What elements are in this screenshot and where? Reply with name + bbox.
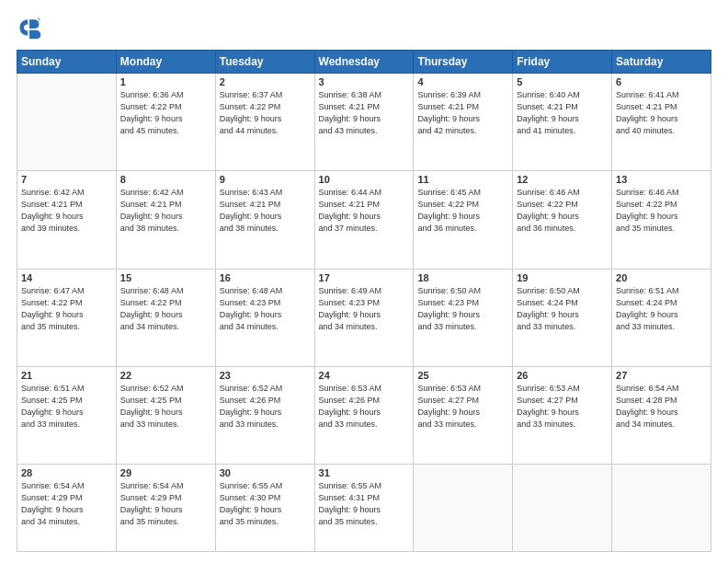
day-number: 29 <box>120 467 211 478</box>
calendar-cell <box>17 74 117 171</box>
calendar-cell <box>513 465 612 552</box>
calendar-cell: 11Sunrise: 6:45 AM Sunset: 4:22 PM Dayli… <box>414 171 513 269</box>
day-number: 12 <box>517 174 608 185</box>
day-detail: Sunrise: 6:54 AM Sunset: 4:28 PM Dayligh… <box>616 383 707 431</box>
calendar-cell: 17Sunrise: 6:49 AM Sunset: 4:23 PM Dayli… <box>314 269 414 366</box>
day-detail: Sunrise: 6:46 AM Sunset: 4:22 PM Dayligh… <box>517 187 608 235</box>
calendar-cell: 22Sunrise: 6:52 AM Sunset: 4:25 PM Dayli… <box>116 366 215 464</box>
weekday-header-tuesday: Tuesday <box>215 51 314 74</box>
weekday-header-thursday: Thursday <box>414 51 513 74</box>
day-number: 30 <box>220 467 311 478</box>
day-number: 17 <box>319 272 410 283</box>
day-detail: Sunrise: 6:41 AM Sunset: 4:21 PM Dayligh… <box>616 89 707 137</box>
calendar-cell: 26Sunrise: 6:53 AM Sunset: 4:27 PM Dayli… <box>513 366 612 464</box>
calendar-cell: 23Sunrise: 6:52 AM Sunset: 4:26 PM Dayli… <box>215 366 314 464</box>
calendar-cell: 2Sunrise: 6:37 AM Sunset: 4:22 PM Daylig… <box>215 74 314 171</box>
day-detail: Sunrise: 6:36 AM Sunset: 4:22 PM Dayligh… <box>120 89 211 137</box>
logo <box>17 15 46 40</box>
day-detail: Sunrise: 6:42 AM Sunset: 4:21 PM Dayligh… <box>21 187 112 235</box>
day-detail: Sunrise: 6:42 AM Sunset: 4:21 PM Dayligh… <box>120 187 211 235</box>
calendar-cell: 4Sunrise: 6:39 AM Sunset: 4:21 PM Daylig… <box>414 74 513 171</box>
calendar-cell: 3Sunrise: 6:38 AM Sunset: 4:21 PM Daylig… <box>314 74 414 171</box>
day-detail: Sunrise: 6:53 AM Sunset: 4:27 PM Dayligh… <box>417 383 508 431</box>
day-detail: Sunrise: 6:53 AM Sunset: 4:27 PM Dayligh… <box>517 383 608 431</box>
day-number: 11 <box>417 174 508 185</box>
weekday-header-monday: Monday <box>116 51 215 74</box>
calendar-cell <box>612 465 711 552</box>
day-number: 15 <box>120 272 211 283</box>
day-detail: Sunrise: 6:53 AM Sunset: 4:26 PM Dayligh… <box>319 383 410 431</box>
weekday-header-wednesday: Wednesday <box>314 51 414 74</box>
calendar-cell: 15Sunrise: 6:48 AM Sunset: 4:22 PM Dayli… <box>116 269 215 366</box>
week-row-2: 7Sunrise: 6:42 AM Sunset: 4:21 PM Daylig… <box>17 171 711 269</box>
day-detail: Sunrise: 6:46 AM Sunset: 4:22 PM Dayligh… <box>616 187 707 235</box>
day-number: 6 <box>616 76 707 87</box>
calendar-cell: 25Sunrise: 6:53 AM Sunset: 4:27 PM Dayli… <box>414 366 513 464</box>
logo-icon <box>17 15 42 40</box>
day-detail: Sunrise: 6:51 AM Sunset: 4:25 PM Dayligh… <box>21 383 112 431</box>
calendar-cell: 16Sunrise: 6:48 AM Sunset: 4:23 PM Dayli… <box>215 269 314 366</box>
day-number: 24 <box>319 370 410 381</box>
day-detail: Sunrise: 6:45 AM Sunset: 4:22 PM Dayligh… <box>417 187 508 235</box>
day-number: 10 <box>319 174 410 185</box>
day-number: 20 <box>616 272 707 283</box>
day-number: 18 <box>417 272 508 283</box>
day-number: 26 <box>517 370 608 381</box>
calendar-cell: 27Sunrise: 6:54 AM Sunset: 4:28 PM Dayli… <box>612 366 711 464</box>
header <box>17 15 711 40</box>
day-number: 5 <box>517 76 608 87</box>
calendar-table: SundayMondayTuesdayWednesdayThursdayFrid… <box>17 50 711 552</box>
calendar-cell: 7Sunrise: 6:42 AM Sunset: 4:21 PM Daylig… <box>17 171 117 269</box>
day-number: 1 <box>120 76 211 87</box>
calendar-cell: 8Sunrise: 6:42 AM Sunset: 4:21 PM Daylig… <box>116 171 215 269</box>
day-number: 31 <box>319 467 410 478</box>
calendar-cell: 28Sunrise: 6:54 AM Sunset: 4:29 PM Dayli… <box>17 465 117 552</box>
day-number: 14 <box>21 272 112 283</box>
calendar-cell: 21Sunrise: 6:51 AM Sunset: 4:25 PM Dayli… <box>17 366 117 464</box>
calendar-cell <box>414 465 513 552</box>
calendar-cell: 5Sunrise: 6:40 AM Sunset: 4:21 PM Daylig… <box>513 74 612 171</box>
weekday-header-row: SundayMondayTuesdayWednesdayThursdayFrid… <box>17 51 711 74</box>
calendar-cell: 14Sunrise: 6:47 AM Sunset: 4:22 PM Dayli… <box>17 269 117 366</box>
calendar-cell: 31Sunrise: 6:55 AM Sunset: 4:31 PM Dayli… <box>314 465 414 552</box>
day-number: 16 <box>220 272 311 283</box>
calendar-cell: 24Sunrise: 6:53 AM Sunset: 4:26 PM Dayli… <box>314 366 414 464</box>
day-detail: Sunrise: 6:40 AM Sunset: 4:21 PM Dayligh… <box>517 89 608 137</box>
day-number: 2 <box>220 76 311 87</box>
day-detail: Sunrise: 6:55 AM Sunset: 4:30 PM Dayligh… <box>220 480 311 528</box>
day-detail: Sunrise: 6:48 AM Sunset: 4:23 PM Dayligh… <box>220 285 311 333</box>
day-detail: Sunrise: 6:47 AM Sunset: 4:22 PM Dayligh… <box>21 285 112 333</box>
week-row-5: 28Sunrise: 6:54 AM Sunset: 4:29 PM Dayli… <box>17 465 711 552</box>
day-detail: Sunrise: 6:52 AM Sunset: 4:25 PM Dayligh… <box>120 383 211 431</box>
day-number: 13 <box>616 174 707 185</box>
day-detail: Sunrise: 6:48 AM Sunset: 4:22 PM Dayligh… <box>120 285 211 333</box>
day-number: 9 <box>220 174 311 185</box>
weekday-header-sunday: Sunday <box>17 51 117 74</box>
day-number: 8 <box>120 174 211 185</box>
day-number: 25 <box>417 370 508 381</box>
day-detail: Sunrise: 6:55 AM Sunset: 4:31 PM Dayligh… <box>319 480 410 528</box>
page: SundayMondayTuesdayWednesdayThursdayFrid… <box>0 0 728 563</box>
day-number: 21 <box>21 370 112 381</box>
weekday-header-saturday: Saturday <box>612 51 711 74</box>
calendar-cell: 18Sunrise: 6:50 AM Sunset: 4:23 PM Dayli… <box>414 269 513 366</box>
day-number: 22 <box>120 370 211 381</box>
day-detail: Sunrise: 6:49 AM Sunset: 4:23 PM Dayligh… <box>319 285 410 333</box>
day-detail: Sunrise: 6:38 AM Sunset: 4:21 PM Dayligh… <box>319 89 410 137</box>
day-detail: Sunrise: 6:37 AM Sunset: 4:22 PM Dayligh… <box>220 89 311 137</box>
day-detail: Sunrise: 6:44 AM Sunset: 4:21 PM Dayligh… <box>319 187 410 235</box>
day-number: 3 <box>319 76 410 87</box>
day-detail: Sunrise: 6:54 AM Sunset: 4:29 PM Dayligh… <box>120 480 211 528</box>
day-number: 27 <box>616 370 707 381</box>
calendar-cell: 12Sunrise: 6:46 AM Sunset: 4:22 PM Dayli… <box>513 171 612 269</box>
day-detail: Sunrise: 6:54 AM Sunset: 4:29 PM Dayligh… <box>21 480 112 528</box>
calendar-cell: 29Sunrise: 6:54 AM Sunset: 4:29 PM Dayli… <box>116 465 215 552</box>
calendar-cell: 10Sunrise: 6:44 AM Sunset: 4:21 PM Dayli… <box>314 171 414 269</box>
day-detail: Sunrise: 6:43 AM Sunset: 4:21 PM Dayligh… <box>220 187 311 235</box>
calendar-cell: 20Sunrise: 6:51 AM Sunset: 4:24 PM Dayli… <box>612 269 711 366</box>
calendar-cell: 19Sunrise: 6:50 AM Sunset: 4:24 PM Dayli… <box>513 269 612 366</box>
calendar-cell: 6Sunrise: 6:41 AM Sunset: 4:21 PM Daylig… <box>612 74 711 171</box>
week-row-3: 14Sunrise: 6:47 AM Sunset: 4:22 PM Dayli… <box>17 269 711 366</box>
day-number: 19 <box>517 272 608 283</box>
calendar-cell: 9Sunrise: 6:43 AM Sunset: 4:21 PM Daylig… <box>215 171 314 269</box>
